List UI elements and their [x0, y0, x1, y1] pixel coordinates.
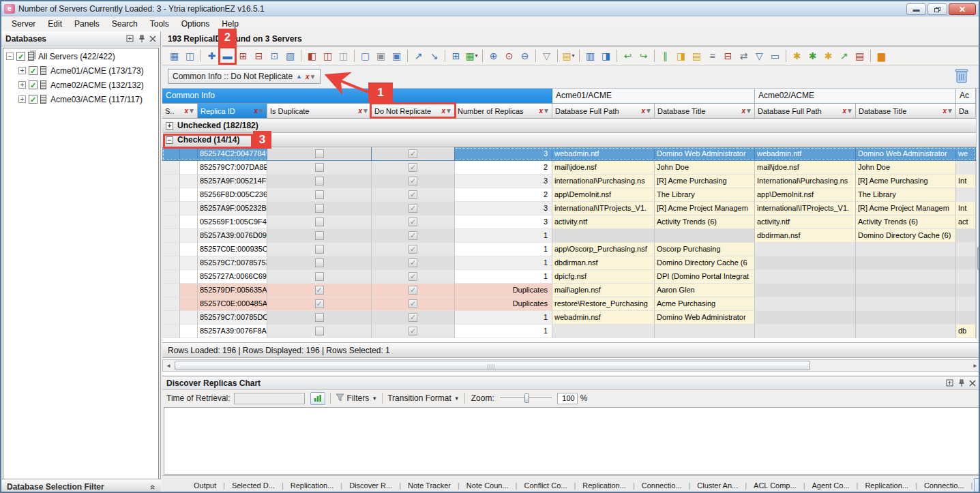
acme01-title-cell[interactable]: [R] Acme Purchasing [655, 175, 755, 188]
do-not-replicate-cell[interactable]: ✓ [372, 256, 455, 270]
column-group-common-info[interactable]: Common Info [162, 89, 552, 104]
number-of-replicas-cell[interactable]: 2 [455, 161, 552, 175]
acme02-full-path-cell[interactable] [755, 256, 856, 270]
replica-id-cell[interactable]: 85257A9F:005214FE [198, 175, 267, 188]
menu-item-panels[interactable]: Panels [68, 18, 106, 30]
replica-id-cell[interactable]: 85257A9F:005232B9 [198, 202, 267, 215]
column-header-da[interactable]: Da [956, 104, 976, 119]
zoom-in-icon[interactable]: ⊕ [486, 48, 501, 63]
do-not-replicate-cell[interactable]: ✓ [372, 311, 455, 325]
checkin-grid-icon[interactable]: ⊞ [236, 48, 250, 63]
is-duplicate-checkbox[interactable] [315, 245, 324, 254]
acme02-title-cell[interactable] [856, 297, 956, 311]
acme02-full-path-cell[interactable] [755, 311, 856, 325]
do-not-replicate-checkbox[interactable]: ✓ [409, 190, 417, 199]
row-indent-cell[interactable] [162, 243, 180, 256]
copy-icon[interactable]: ▣ [374, 48, 388, 63]
row-indent-cell[interactable] [162, 147, 180, 161]
table-row[interactable]: 85257C0E:000935CA✓1app\Oscorp_Purchasing… [162, 243, 976, 256]
acme01-full-path-cell[interactable]: restore\Restore_Purchasing [552, 297, 655, 311]
is-duplicate-checkbox[interactable] [315, 327, 324, 335]
menu-item-search[interactable]: Search [106, 18, 144, 30]
grid-settings-icon[interactable]: ▦ [167, 48, 181, 63]
zoom-slider-thumb[interactable] [524, 393, 529, 403]
acme01-title-cell[interactable]: Domino Web Administrator [655, 147, 755, 161]
is-duplicate-cell[interactable] [267, 215, 372, 229]
column-group-acme02-acme[interactable]: Acme02/ACME [755, 89, 956, 104]
trash-icon[interactable] [954, 67, 969, 87]
is-duplicate-cell[interactable] [267, 229, 372, 243]
pause-columns-icon[interactable]: ∥ [658, 48, 672, 63]
is-duplicate-cell[interactable] [267, 175, 372, 188]
vertical-scrollbar[interactable] [976, 89, 980, 339]
org-chart-icon[interactable]: ⊟ [721, 48, 735, 63]
acme01-full-path-cell[interactable]: mail\aglen.nsf [552, 284, 655, 297]
export-settings-icon[interactable]: ↘ [427, 48, 441, 63]
tab-replication[interactable]: Replication... [859, 479, 914, 492]
row-indent-cell[interactable] [162, 215, 180, 229]
column-header-s[interactable]: S..x▼ [162, 104, 198, 119]
add-note-icon[interactable]: ▤▾ [561, 48, 576, 63]
do-not-replicate-cell[interactable]: ✓ [372, 215, 455, 229]
do-not-replicate-cell[interactable]: ✓ [372, 175, 455, 188]
acme02-title-cell[interactable] [856, 243, 956, 256]
number-of-replicas-cell[interactable]: 1 [455, 325, 552, 338]
is-duplicate-cell[interactable] [267, 311, 372, 325]
scroll-right-icon[interactable]: ► [970, 360, 980, 371]
menu-item-server[interactable]: Server [5, 18, 42, 30]
tab-connectio[interactable]: Connectio... [636, 479, 687, 492]
acme01-full-path-cell[interactable]: dpicfg.nsf [552, 270, 655, 284]
row-selector-cell[interactable] [180, 161, 198, 175]
menu-item-options[interactable]: Options [175, 18, 216, 30]
acme02-title-cell[interactable]: [R] Acme Project Managem [856, 202, 956, 215]
tab-discover-r[interactable]: Discover R... [974, 478, 980, 493]
grid-note-icon[interactable]: ▤ [689, 48, 704, 63]
collapse-icon[interactable]: − [166, 136, 173, 144]
filter-sort-icon[interactable]: x▼ [442, 107, 452, 115]
acme02-title-cell[interactable]: Domino Directory Cache (6) [856, 229, 956, 243]
row-selector-cell[interactable] [180, 325, 198, 338]
chart-icon[interactable]: ▆ [874, 48, 889, 63]
acme01-full-path-cell[interactable]: webadmin.ntf [552, 147, 655, 161]
recompute-icon[interactable]: ⇄ [737, 48, 751, 63]
collapse-icon[interactable]: − [6, 53, 14, 60]
row-indent-cell[interactable] [162, 188, 180, 202]
number-of-replicas-cell[interactable]: 3 [455, 202, 552, 215]
column-header-number-of-replicas[interactable]: Number of Replicasx▼ [455, 104, 552, 119]
jump-page-icon[interactable]: ↪ [636, 48, 651, 63]
table-row[interactable]: 85257A9F:005214FE✓3international\Purchas… [162, 175, 976, 188]
acme01-full-path-cell[interactable]: international\ITProjects_V1. [552, 202, 655, 215]
filter-sort-icon[interactable]: x▼ [742, 107, 752, 115]
close-panel-icon[interactable] [148, 34, 158, 44]
is-duplicate-cell[interactable] [267, 161, 372, 175]
row-indent-cell[interactable] [162, 270, 180, 284]
do-not-replicate-cell[interactable]: ✓ [372, 161, 455, 175]
do-not-replicate-checkbox[interactable]: ✓ [409, 327, 417, 335]
acme01-full-path-cell[interactable]: webadmin.nsf [552, 311, 655, 325]
tab-discover-r[interactable]: Discover R... [344, 479, 398, 492]
acme03-partial-cell[interactable]: Int [956, 175, 976, 188]
acme02-full-path-cell[interactable]: international\ITProjects_V1. [755, 202, 856, 215]
menu-item-tools[interactable]: Tools [144, 18, 175, 30]
acme02-full-path-cell[interactable]: dbdirman.nsf [755, 229, 856, 243]
acme01-title-cell[interactable]: [R] Acme Project Managem [655, 202, 755, 215]
number-of-replicas-cell[interactable]: 1 [455, 270, 552, 284]
expand-icon[interactable]: + [166, 122, 173, 130]
table-row[interactable]: 85257C0E:000485A2✓✓Duplicatesrestore\Res… [162, 297, 976, 311]
row-indent-cell[interactable] [162, 297, 180, 311]
do-not-replicate-checkbox[interactable]: ✓ [409, 313, 417, 322]
do-not-replicate-checkbox[interactable]: ✓ [409, 258, 417, 267]
do-not-replicate-cell[interactable]: ✓ [372, 229, 455, 243]
table-row[interactable]: 85257A39:0076F8AD✓1db [162, 325, 976, 338]
cell-flags-icon[interactable]: ▦▾ [464, 48, 479, 63]
row-indent-cell[interactable] [162, 175, 180, 188]
expand-grid-icon[interactable]: ⊡ [267, 48, 282, 63]
is-duplicate-checkbox[interactable] [315, 190, 324, 199]
acme01-full-path-cell[interactable]: international\Purchasing.ns [552, 175, 655, 188]
acme01-title-cell[interactable]: Activity Trends (6) [655, 215, 755, 229]
row-indent-cell[interactable] [162, 311, 180, 325]
tab-connectio[interactable]: Connectio... [919, 479, 970, 492]
row-selector-cell[interactable] [180, 229, 198, 243]
tab-replication[interactable]: Replication... [285, 479, 340, 492]
column-header-replica-id[interactable]: Replica IDx▼ [198, 104, 267, 119]
